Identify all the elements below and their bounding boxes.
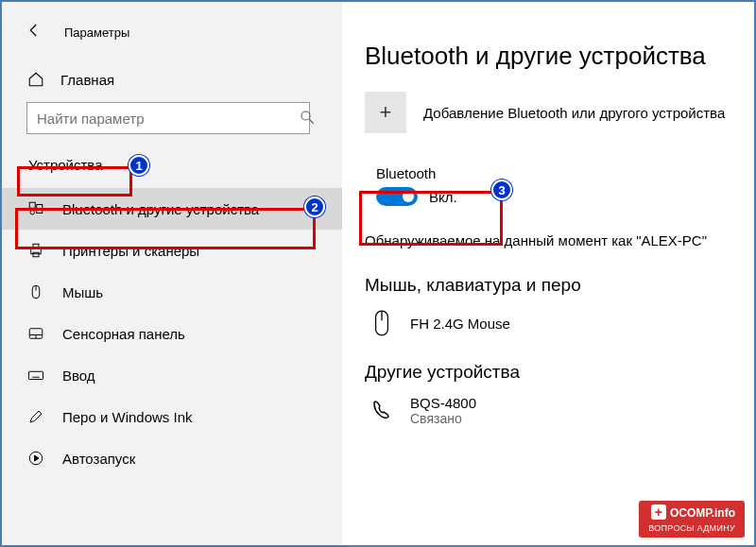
pen-icon bbox=[26, 407, 45, 426]
sidebar: Параметры Главная Устройства Bluetooth и… bbox=[2, 2, 342, 545]
device-name: BQS-4800 bbox=[410, 395, 476, 411]
search-wrap bbox=[26, 102, 325, 134]
bluetooth-label: Bluetooth bbox=[376, 165, 457, 181]
bluetooth-state: Вкл. bbox=[429, 189, 457, 205]
section-title: Устройства bbox=[19, 149, 112, 180]
device-row-mouse[interactable]: FH 2.4G Mouse bbox=[365, 307, 731, 339]
settings-window: Параметры Главная Устройства Bluetooth и… bbox=[0, 0, 756, 547]
svg-rect-6 bbox=[33, 252, 39, 257]
home-label: Главная bbox=[60, 72, 114, 88]
mouse-icon bbox=[26, 282, 45, 301]
arrow-left-icon bbox=[26, 22, 43, 43]
home-link[interactable]: Главная bbox=[2, 62, 342, 102]
sidebar-item-label: Автозапуск bbox=[62, 451, 135, 467]
device-name: FH 2.4G Mouse bbox=[410, 316, 510, 332]
sidebar-item-printers[interactable]: Принтеры и сканеры bbox=[2, 230, 342, 271]
device-row-phone[interactable]: BQS-4800 Связано bbox=[365, 394, 731, 426]
sidebar-item-touchpad[interactable]: Сенсорная панель bbox=[2, 313, 342, 354]
sidebar-item-typing[interactable]: Ввод bbox=[2, 354, 342, 396]
bluetooth-toggle-row: Вкл. bbox=[376, 187, 457, 206]
home-icon bbox=[26, 70, 45, 89]
sidebar-item-pen[interactable]: Перо и Windows Ink bbox=[2, 396, 342, 437]
sidebar-item-label: Мышь bbox=[62, 284, 103, 300]
sidebar-item-autoplay[interactable]: Автозапуск bbox=[2, 437, 342, 479]
keyboard-icon bbox=[26, 366, 45, 385]
svg-rect-4 bbox=[31, 248, 42, 254]
plus-icon: + bbox=[365, 92, 406, 133]
toggle-knob bbox=[403, 191, 414, 202]
autoplay-icon bbox=[26, 449, 45, 468]
phone-icon bbox=[369, 394, 395, 426]
svg-marker-19 bbox=[35, 455, 40, 461]
sidebar-item-mouse[interactable]: Мышь bbox=[2, 271, 342, 313]
svg-rect-12 bbox=[29, 371, 43, 379]
section-mouse-keyboard: Мышь, клавиатура и перо bbox=[365, 275, 731, 296]
device-status: Связано bbox=[410, 411, 476, 426]
sidebar-item-bluetooth[interactable]: Bluetooth и другие устройства bbox=[2, 188, 342, 230]
touchpad-icon bbox=[26, 324, 45, 343]
add-device-button[interactable]: + Добавление Bluetooth или другого устро… bbox=[365, 92, 731, 133]
section-other-devices: Другие устройства bbox=[365, 362, 731, 383]
back-button[interactable] bbox=[19, 17, 49, 47]
svg-point-3 bbox=[30, 211, 35, 215]
sidebar-item-label: Сенсорная панель bbox=[62, 326, 185, 342]
main-panel: Bluetooth и другие устройства + Добавлен… bbox=[342, 2, 754, 545]
devices-icon bbox=[26, 199, 45, 218]
watermark-title: OCOMP.info bbox=[670, 506, 735, 520]
discoverable-text: Обнаруживаемое на данный момент как "ALE… bbox=[365, 232, 731, 248]
watermark-subtitle: ВОПРОСЫ АДМИНУ bbox=[648, 523, 735, 533]
search-icon bbox=[299, 109, 316, 129]
header: Параметры bbox=[2, 13, 342, 62]
sidebar-item-label: Перо и Windows Ink bbox=[62, 409, 193, 425]
sidebar-item-label: Ввод bbox=[62, 368, 95, 384]
svg-rect-1 bbox=[29, 202, 35, 208]
page-title: Bluetooth и другие устройства bbox=[365, 42, 731, 71]
app-title: Параметры bbox=[64, 26, 129, 40]
svg-point-0 bbox=[301, 111, 310, 120]
svg-rect-5 bbox=[33, 244, 39, 248]
printer-icon bbox=[26, 241, 45, 260]
watermark: +OCOMP.info ВОПРОСЫ АДМИНУ bbox=[639, 501, 745, 538]
sidebar-item-label: Принтеры и сканеры bbox=[62, 243, 199, 259]
sidebar-item-label: Bluetooth и другие устройства bbox=[62, 201, 259, 217]
add-device-label: Добавление Bluetooth или другого устройс… bbox=[423, 105, 725, 121]
svg-rect-2 bbox=[37, 205, 43, 214]
search-input[interactable] bbox=[26, 102, 310, 134]
nav-list: Bluetooth и другие устройства Принтеры и… bbox=[2, 188, 342, 479]
mouse-icon bbox=[369, 307, 395, 339]
bluetooth-toggle[interactable] bbox=[376, 187, 418, 206]
bluetooth-block: Bluetooth Вкл. bbox=[365, 160, 469, 212]
plus-icon: + bbox=[651, 504, 666, 520]
